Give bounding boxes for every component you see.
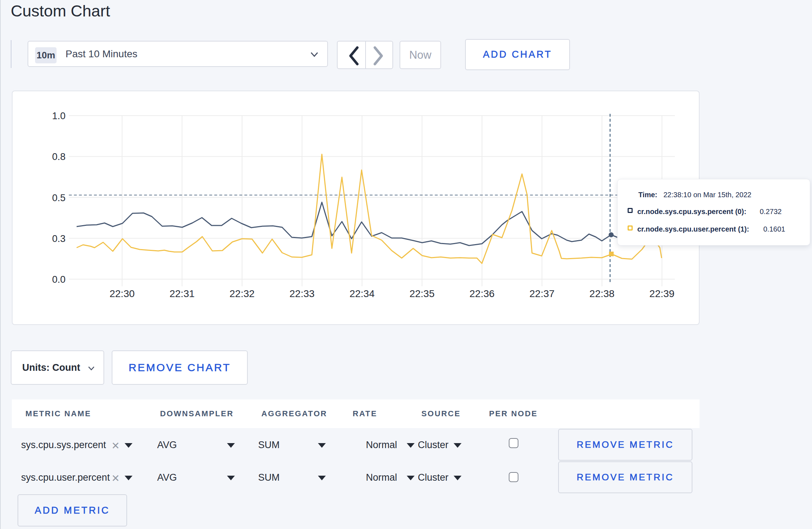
svg-text:22:31: 22:31 xyxy=(169,288,194,299)
svg-text:0.0: 0.0 xyxy=(52,274,66,285)
svg-text:22:37: 22:37 xyxy=(530,288,555,299)
svg-text:0.8: 0.8 xyxy=(52,151,66,162)
svg-text:22:30: 22:30 xyxy=(110,288,135,299)
svg-text:22:38: 22:38 xyxy=(589,288,614,299)
svg-text:22:33: 22:33 xyxy=(290,288,315,299)
svg-text:22:35: 22:35 xyxy=(410,288,435,299)
svg-text:22:32: 22:32 xyxy=(229,288,255,299)
svg-text:0.5: 0.5 xyxy=(52,193,66,203)
svg-text:1.0: 1.0 xyxy=(52,111,66,121)
svg-text:22:39: 22:39 xyxy=(649,288,675,299)
svg-text:0.3: 0.3 xyxy=(52,233,66,244)
svg-text:22:34: 22:34 xyxy=(349,288,374,299)
svg-text:22:36: 22:36 xyxy=(469,288,494,299)
